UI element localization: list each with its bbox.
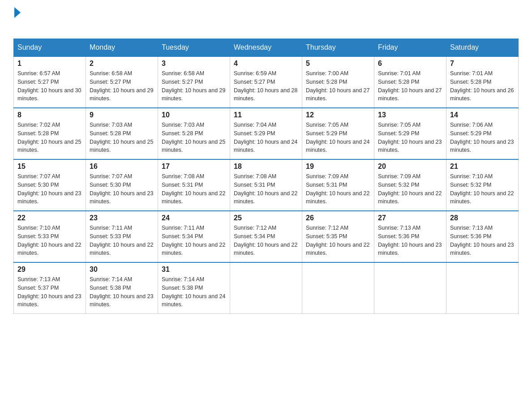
day-number: 10 xyxy=(162,111,226,119)
day-number: 14 xyxy=(450,111,515,119)
page-header xyxy=(13,9,519,30)
calendar-cell: 27 Sunrise: 7:13 AM Sunset: 5:36 PM Dayl… xyxy=(374,211,446,262)
day-number: 21 xyxy=(450,163,515,171)
day-info: Sunrise: 7:14 AM Sunset: 5:38 PM Dayligh… xyxy=(162,275,226,309)
calendar-cell: 8 Sunrise: 7:02 AM Sunset: 5:28 PM Dayli… xyxy=(14,108,86,159)
day-number: 15 xyxy=(17,163,82,171)
calendar-table: SundayMondayTuesdayWednesdayThursdayFrid… xyxy=(13,39,519,314)
day-number: 12 xyxy=(306,111,370,119)
day-info: Sunrise: 7:02 AM Sunset: 5:28 PM Dayligh… xyxy=(17,121,82,154)
calendar-cell: 12 Sunrise: 7:05 AM Sunset: 5:29 PM Dayl… xyxy=(302,108,374,159)
day-info: Sunrise: 7:13 AM Sunset: 5:36 PM Dayligh… xyxy=(378,224,442,257)
day-number: 1 xyxy=(17,60,82,68)
calendar-cell: 20 Sunrise: 7:09 AM Sunset: 5:32 PM Dayl… xyxy=(374,159,446,211)
calendar-cell: 6 Sunrise: 7:01 AM Sunset: 5:28 PM Dayli… xyxy=(374,56,446,108)
calendar-week-4: 22 Sunrise: 7:10 AM Sunset: 5:33 PM Dayl… xyxy=(14,211,519,262)
day-number: 27 xyxy=(378,214,442,222)
calendar-cell: 21 Sunrise: 7:10 AM Sunset: 5:32 PM Dayl… xyxy=(446,159,519,211)
day-info: Sunrise: 7:00 AM Sunset: 5:28 PM Dayligh… xyxy=(306,69,370,103)
day-info: Sunrise: 7:07 AM Sunset: 5:30 PM Dayligh… xyxy=(17,172,82,206)
day-number: 31 xyxy=(162,265,226,274)
day-info: Sunrise: 7:08 AM Sunset: 5:31 PM Dayligh… xyxy=(234,172,298,206)
calendar-cell: 29 Sunrise: 7:13 AM Sunset: 5:37 PM Dayl… xyxy=(14,262,86,314)
calendar-cell: 9 Sunrise: 7:03 AM Sunset: 5:28 PM Dayli… xyxy=(86,108,158,159)
calendar-week-5: 29 Sunrise: 7:13 AM Sunset: 5:37 PM Dayl… xyxy=(14,262,519,314)
day-info: Sunrise: 7:11 AM Sunset: 5:33 PM Dayligh… xyxy=(90,224,154,257)
calendar-cell xyxy=(230,262,302,314)
weekday-header-monday: Monday xyxy=(86,39,158,57)
day-info: Sunrise: 7:11 AM Sunset: 5:34 PM Dayligh… xyxy=(162,224,226,257)
calendar-cell xyxy=(302,262,374,314)
day-info: Sunrise: 7:10 AM Sunset: 5:32 PM Dayligh… xyxy=(450,172,515,206)
day-info: Sunrise: 7:05 AM Sunset: 5:29 PM Dayligh… xyxy=(378,121,442,154)
weekday-header-sunday: Sunday xyxy=(14,39,86,57)
day-info: Sunrise: 7:13 AM Sunset: 5:36 PM Dayligh… xyxy=(450,224,515,257)
calendar-cell: 5 Sunrise: 7:00 AM Sunset: 5:28 PM Dayli… xyxy=(302,56,374,108)
calendar-cell: 18 Sunrise: 7:08 AM Sunset: 5:31 PM Dayl… xyxy=(230,159,302,211)
day-info: Sunrise: 6:57 AM Sunset: 5:27 PM Dayligh… xyxy=(17,69,82,103)
day-number: 9 xyxy=(90,111,154,119)
calendar-cell: 14 Sunrise: 7:06 AM Sunset: 5:29 PM Dayl… xyxy=(446,108,519,159)
calendar-cell: 13 Sunrise: 7:05 AM Sunset: 5:29 PM Dayl… xyxy=(374,108,446,159)
calendar-cell: 11 Sunrise: 7:04 AM Sunset: 5:29 PM Dayl… xyxy=(230,108,302,159)
day-info: Sunrise: 7:08 AM Sunset: 5:31 PM Dayligh… xyxy=(162,172,226,206)
day-number: 23 xyxy=(90,214,154,222)
calendar-cell: 28 Sunrise: 7:13 AM Sunset: 5:36 PM Dayl… xyxy=(446,211,519,262)
day-number: 20 xyxy=(378,163,442,171)
day-number: 2 xyxy=(90,60,154,68)
calendar-cell xyxy=(374,262,446,314)
weekday-header-wednesday: Wednesday xyxy=(230,39,302,57)
calendar-week-3: 15 Sunrise: 7:07 AM Sunset: 5:30 PM Dayl… xyxy=(14,159,519,211)
calendar-cell: 4 Sunrise: 6:59 AM Sunset: 5:27 PM Dayli… xyxy=(230,56,302,108)
day-info: Sunrise: 7:05 AM Sunset: 5:29 PM Dayligh… xyxy=(306,121,370,154)
logo xyxy=(13,9,21,30)
calendar-cell xyxy=(446,262,519,314)
day-info: Sunrise: 7:12 AM Sunset: 5:34 PM Dayligh… xyxy=(234,224,298,257)
calendar-cell: 7 Sunrise: 7:01 AM Sunset: 5:28 PM Dayli… xyxy=(446,56,519,108)
day-info: Sunrise: 7:10 AM Sunset: 5:33 PM Dayligh… xyxy=(17,224,82,257)
calendar-cell: 3 Sunrise: 6:58 AM Sunset: 5:27 PM Dayli… xyxy=(158,56,230,108)
day-info: Sunrise: 7:06 AM Sunset: 5:29 PM Dayligh… xyxy=(450,121,515,154)
day-info: Sunrise: 7:03 AM Sunset: 5:28 PM Dayligh… xyxy=(90,121,154,154)
day-info: Sunrise: 7:04 AM Sunset: 5:29 PM Dayligh… xyxy=(234,121,298,154)
weekday-header-saturday: Saturday xyxy=(446,39,519,57)
day-number: 3 xyxy=(162,60,226,68)
calendar-cell: 23 Sunrise: 7:11 AM Sunset: 5:33 PM Dayl… xyxy=(86,211,158,262)
calendar-week-1: 1 Sunrise: 6:57 AM Sunset: 5:27 PM Dayli… xyxy=(14,56,519,108)
calendar-cell: 15 Sunrise: 7:07 AM Sunset: 5:30 PM Dayl… xyxy=(14,159,86,211)
day-number: 30 xyxy=(90,265,154,274)
day-info: Sunrise: 7:09 AM Sunset: 5:32 PM Dayligh… xyxy=(378,172,442,206)
day-number: 4 xyxy=(234,60,298,68)
calendar-cell: 25 Sunrise: 7:12 AM Sunset: 5:34 PM Dayl… xyxy=(230,211,302,262)
day-number: 6 xyxy=(378,60,442,68)
day-info: Sunrise: 7:07 AM Sunset: 5:30 PM Dayligh… xyxy=(90,172,154,206)
calendar-cell: 30 Sunrise: 7:14 AM Sunset: 5:38 PM Dayl… xyxy=(86,262,158,314)
day-number: 25 xyxy=(234,214,298,222)
day-info: Sunrise: 6:59 AM Sunset: 5:27 PM Dayligh… xyxy=(234,69,298,103)
weekday-header-tuesday: Tuesday xyxy=(158,39,230,57)
day-number: 29 xyxy=(17,265,82,274)
weekday-header-friday: Friday xyxy=(374,39,446,57)
logo-arrow-icon xyxy=(14,7,21,18)
calendar-cell: 31 Sunrise: 7:14 AM Sunset: 5:38 PM Dayl… xyxy=(158,262,230,314)
day-number: 22 xyxy=(17,214,82,222)
day-info: Sunrise: 7:13 AM Sunset: 5:37 PM Dayligh… xyxy=(17,275,82,309)
day-info: Sunrise: 6:58 AM Sunset: 5:27 PM Dayligh… xyxy=(90,69,154,103)
calendar-cell: 2 Sunrise: 6:58 AM Sunset: 5:27 PM Dayli… xyxy=(86,56,158,108)
calendar-cell: 26 Sunrise: 7:12 AM Sunset: 5:35 PM Dayl… xyxy=(302,211,374,262)
day-number: 28 xyxy=(450,214,515,222)
day-info: Sunrise: 7:12 AM Sunset: 5:35 PM Dayligh… xyxy=(306,224,370,257)
day-number: 17 xyxy=(162,163,226,171)
weekday-header-thursday: Thursday xyxy=(302,39,374,57)
day-number: 11 xyxy=(234,111,298,119)
day-info: Sunrise: 7:01 AM Sunset: 5:28 PM Dayligh… xyxy=(378,69,442,103)
day-info: Sunrise: 7:03 AM Sunset: 5:28 PM Dayligh… xyxy=(162,121,226,154)
day-number: 5 xyxy=(306,60,370,68)
day-number: 7 xyxy=(450,60,515,68)
day-number: 18 xyxy=(234,163,298,171)
day-number: 8 xyxy=(17,111,82,119)
day-number: 13 xyxy=(378,111,442,119)
day-number: 16 xyxy=(90,163,154,171)
calendar-cell: 24 Sunrise: 7:11 AM Sunset: 5:34 PM Dayl… xyxy=(158,211,230,262)
day-info: Sunrise: 7:01 AM Sunset: 5:28 PM Dayligh… xyxy=(450,69,515,103)
